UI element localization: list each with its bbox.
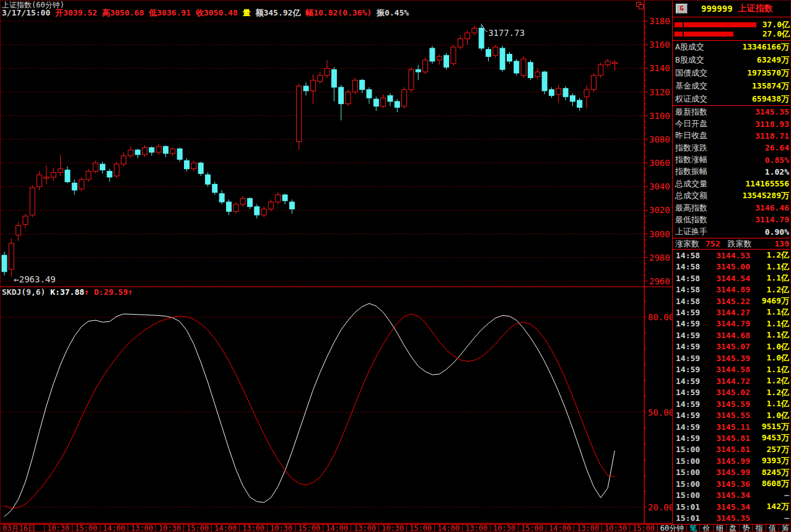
candle-down: [72, 183, 77, 190]
candle-down: [500, 48, 505, 69]
tick-time: 14:58: [673, 285, 706, 294]
candle-up: [240, 198, 245, 204]
tick-row: 14:593145.819453万: [673, 432, 791, 443]
info-row-label: 上证换手: [675, 226, 707, 237]
info-row: 最新指数3145.35: [673, 106, 791, 118]
candle-up: [16, 225, 21, 235]
view-tab-价[interactable]: 价: [699, 525, 712, 532]
time-axis-cell: 10:30: [44, 525, 72, 532]
tick-amount: 9515万: [750, 421, 791, 432]
volume-row-value: 13346166万: [742, 41, 789, 53]
info-row-value: 3118.93: [755, 120, 789, 129]
candle-up: [409, 69, 414, 89]
candle-up: [191, 163, 196, 169]
info-row-label: 总成交额: [675, 190, 707, 201]
candle-down: [549, 90, 554, 96]
candle-up: [170, 149, 175, 154]
tick-row: 14:593145.119515万: [673, 421, 791, 432]
ohlc-info-part: 额345.92亿: [255, 8, 305, 17]
tick-time: 15:00: [673, 445, 706, 454]
view-tab-笔[interactable]: 笔: [686, 525, 699, 532]
tick-amount: 1.0亿: [750, 410, 791, 421]
tick-row: 14:593144.681.1亿: [673, 329, 791, 341]
tick-price: 3145.55: [706, 411, 750, 420]
tick-row: 14:583144.891.2亿: [673, 284, 791, 295]
tick-time: 14:58: [673, 262, 706, 271]
price-axis-label: 3000: [649, 229, 670, 239]
view-tab-指[interactable]: 指: [752, 525, 765, 532]
view-tab-筹[interactable]: 筹: [779, 525, 791, 532]
candle-up: [93, 163, 98, 171]
candle-down: [304, 86, 308, 91]
skdj-legend-part: K:37.88: [50, 287, 84, 297]
candle-up: [346, 92, 351, 104]
skdj-indicator-label: SKDJ(9,6) K:37.88↑ D:29.59↑: [2, 287, 133, 297]
info-row: 昨日收盘3118.71: [673, 130, 791, 142]
tick-price: 3145.36: [706, 479, 750, 489]
view-tab-势[interactable]: 势: [739, 525, 752, 532]
tick-row: 14:593144.581.1亿: [673, 364, 791, 375]
candle-up: [261, 209, 266, 216]
candle-up: [276, 195, 281, 202]
candle-down: [430, 48, 435, 61]
price-axis-label: 3080: [649, 134, 670, 144]
info-row-label: 最高指数: [675, 203, 707, 214]
tick-price: 3144.53: [706, 251, 750, 260]
price-axis-label: 3060: [649, 158, 670, 168]
tick-amount: —: [750, 491, 791, 500]
volume-row: B股成交63249万: [673, 54, 791, 67]
candle-up: [44, 177, 49, 178]
info-row-value: 114165556: [746, 179, 789, 188]
view-tab-盘[interactable]: 盘: [726, 525, 739, 532]
tick-price: 3144.89: [706, 285, 750, 294]
tick-row: 14:583144.541.1亿: [673, 273, 791, 284]
skdj-legend-part: ↑: [84, 287, 94, 297]
price-axis-label: 3020: [649, 205, 670, 215]
volume-bar-label: 27.0亿: [763, 30, 790, 38]
tick-price: 3145.22: [706, 297, 750, 306]
price-axis: 3180316031403120310030803060304030203000…: [644, 1, 673, 524]
skdj-K-line: [4, 303, 614, 517]
info-row-value: 3114.79: [755, 215, 789, 224]
candle-down: [163, 146, 168, 153]
tick-row: 14:583145.229469万: [673, 295, 791, 307]
volume-row-label: 国债成交: [675, 68, 707, 79]
candle-up: [114, 164, 119, 176]
price-and-skdj-chart[interactable]: 3177.73←2963.49: [1, 1, 645, 524]
tick-time: 14:59: [673, 422, 706, 432]
info-row-label: 今日开盘: [675, 118, 707, 129]
time-axis-cell: 15:00: [629, 525, 657, 532]
info-row: 总成交额13545289万: [673, 190, 791, 202]
tick-time: 14:59: [673, 342, 706, 351]
ohlc-info-part: 开3039.52: [55, 8, 102, 17]
candle-down: [331, 69, 336, 87]
tick-price: 3145.81: [706, 434, 750, 443]
tick-row: 15:003145.81257万: [673, 444, 791, 455]
candle-down: [198, 163, 203, 173]
tick-amount: 1.0亿: [750, 352, 791, 364]
tick-row: 14:593145.591.1亿: [673, 398, 791, 409]
tick-amount: 1.2亿: [750, 284, 791, 295]
candle-down: [514, 61, 519, 73]
candle-up: [451, 47, 456, 64]
candle-down: [360, 80, 365, 89]
candle-up: [402, 90, 407, 107]
view-tab-值[interactable]: 值: [766, 525, 779, 532]
candle-up: [521, 59, 526, 76]
advancers-decliners-row: 涨家数 752 跌家数 139: [673, 238, 791, 250]
candle-down: [107, 171, 112, 177]
tick-amount: 1.2亿: [750, 387, 791, 398]
g-badge-icon: G: [676, 4, 688, 14]
info-row: 最低指数3114.79: [673, 214, 791, 225]
volume-bar-segment: [684, 32, 733, 37]
time-axis-cell: 13:00: [462, 525, 490, 532]
tick-amount: 1.1亿: [750, 261, 791, 273]
bottom-status-bar: 03月16日10:3015:0014:0013:0010:3015:0014:0…: [1, 524, 791, 532]
view-tab-细[interactable]: 细: [713, 525, 726, 532]
info-row: 总成交量114165556: [673, 178, 791, 190]
tick-trade-list[interactable]: 14:583144.531.2亿14:583145.001.1亿14:58314…: [673, 250, 791, 524]
skdj-axis-label: 80.00: [648, 312, 673, 322]
restore-window-icon[interactable]: [636, 2, 644, 9]
tick-amount: 1.1亿: [750, 398, 791, 409]
price-axis-label: 3140: [649, 63, 670, 73]
